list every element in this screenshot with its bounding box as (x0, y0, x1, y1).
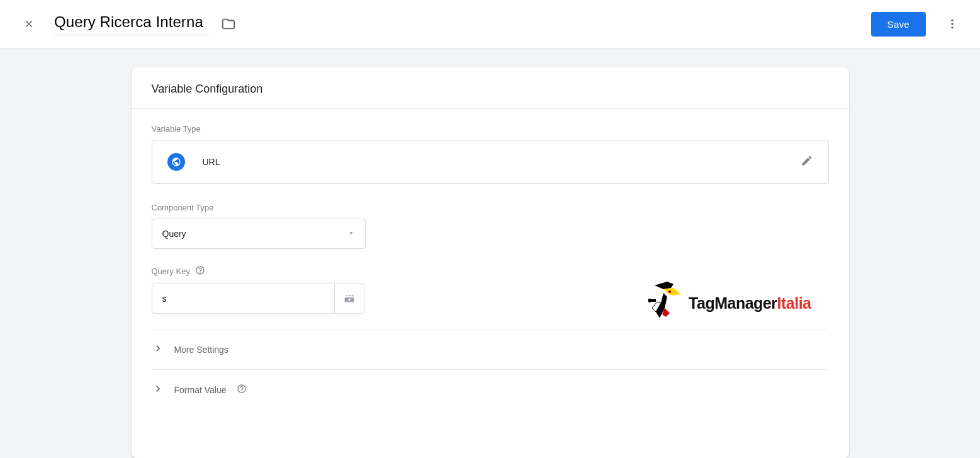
svg-point-7 (648, 299, 651, 302)
chevron-right-icon (152, 382, 164, 398)
caret-down-icon (347, 228, 355, 239)
insert-variable-button[interactable] (334, 283, 364, 314)
lego-icon (342, 292, 356, 306)
more-settings-label: More Settings (174, 345, 228, 355)
card-title: Variable Configuration (152, 83, 829, 96)
variable-config-card: Variable Configuration Variable Type URL… (132, 67, 849, 458)
globe-icon (167, 153, 185, 171)
component-type-select[interactable]: Query (152, 219, 366, 249)
variable-type-value: URL (203, 157, 220, 167)
more-vert-icon (946, 18, 959, 30)
variable-type-selector[interactable]: URL (152, 140, 829, 184)
more-settings-toggle[interactable]: More Settings (152, 329, 829, 369)
svg-point-2 (951, 26, 953, 28)
edit-icon (801, 154, 813, 169)
query-key-input[interactable] (152, 283, 334, 314)
variable-type-label: Variable Type (152, 124, 829, 134)
component-type-value: Query (162, 229, 186, 239)
chevron-right-icon (152, 342, 164, 357)
close-icon (23, 18, 35, 30)
svg-point-5 (669, 291, 670, 292)
folder-button[interactable] (222, 17, 235, 31)
help-icon[interactable] (195, 265, 205, 277)
woodpecker-icon (648, 280, 684, 326)
close-button[interactable] (21, 16, 37, 31)
page-body: Variable Configuration Variable Type URL… (0, 49, 980, 458)
variable-name-input[interactable] (54, 13, 209, 35)
logo-text-2: Italia (777, 294, 811, 312)
query-key-label: Query Key (152, 265, 829, 277)
svg-point-1 (951, 23, 953, 25)
format-value-toggle[interactable]: Format Value (152, 369, 829, 409)
logo-text-1: TagManager (689, 294, 777, 312)
more-menu-button[interactable] (940, 11, 965, 37)
component-type-label: Component Type (152, 203, 829, 212)
folder-icon (222, 17, 235, 31)
save-button[interactable]: Save (871, 12, 926, 37)
page-header: Save (0, 0, 980, 49)
format-value-label: Format Value (174, 385, 227, 395)
card-header: Variable Configuration (132, 67, 849, 109)
logo-watermark: TagManagerItalia (648, 280, 811, 326)
svg-point-0 (951, 20, 953, 21)
help-icon[interactable] (237, 384, 247, 396)
